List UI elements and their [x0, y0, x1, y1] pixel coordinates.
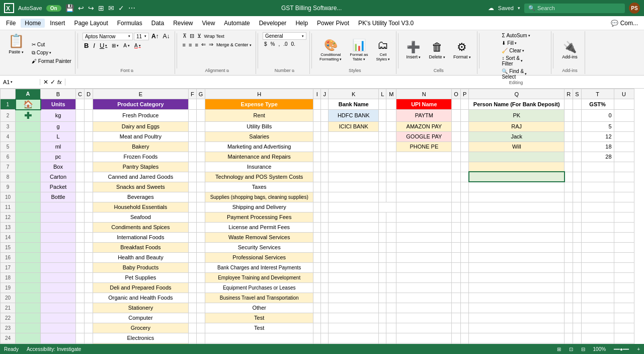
cell-u6[interactable] — [614, 152, 634, 162]
cell-o5[interactable] — [452, 141, 461, 152]
menu-page-layout[interactable]: Page Layout — [70, 19, 112, 28]
currency-button[interactable]: $ — [263, 41, 269, 47]
cell-c24[interactable] — [76, 333, 85, 343]
cell-b15[interactable] — [41, 242, 76, 252]
cell-o2[interactable] — [452, 110, 461, 122]
cell-f11[interactable] — [188, 202, 196, 212]
cell-a11[interactable] — [16, 202, 41, 212]
cell-f4[interactable] — [188, 131, 196, 141]
cell-t22[interactable] — [581, 313, 614, 323]
cell-j22[interactable] — [321, 313, 329, 323]
row-num-11[interactable]: 11 — [1, 202, 16, 212]
row-num-5[interactable]: 5 — [1, 141, 16, 152]
col-header-h[interactable]: H — [205, 89, 313, 99]
cell-o1[interactable] — [452, 99, 461, 110]
cell-p12[interactable] — [460, 212, 468, 222]
cell-h23[interactable]: Test — [205, 323, 313, 333]
insert-function-icon[interactable]: fx — [56, 79, 63, 85]
cell-b13[interactable] — [41, 222, 76, 232]
cell-a22[interactable] — [16, 313, 41, 323]
cell-d15[interactable] — [84, 242, 93, 252]
menu-automate[interactable]: Automate — [220, 19, 254, 28]
cell-u18[interactable] — [614, 272, 634, 282]
cell-c1[interactable] — [76, 99, 85, 110]
delete-cells-button[interactable]: 🗑 Delete ▾ — [426, 40, 448, 60]
cell-b14[interactable] — [41, 232, 76, 242]
cell-e7[interactable]: Pantry Staples — [93, 162, 188, 172]
cell-l9[interactable] — [379, 182, 386, 192]
cell-m16[interactable] — [386, 252, 396, 262]
table-icon[interactable]: ⊞ — [98, 4, 104, 12]
fill-color-button[interactable]: A ▾ — [122, 42, 131, 49]
cell-i21[interactable] — [313, 303, 321, 313]
cell-a5[interactable] — [16, 141, 41, 152]
cell-c2[interactable] — [76, 110, 85, 122]
font-name-dropdown[interactable]: Aptos Narrow ▾ — [83, 33, 133, 40]
cell-t6[interactable]: 28 — [581, 152, 614, 162]
cell-i19[interactable] — [313, 282, 321, 293]
cell-e24[interactable]: Electronics — [93, 333, 188, 343]
cell-d24[interactable] — [84, 333, 93, 343]
add-row-icon[interactable]: ✚ — [24, 111, 32, 121]
cell-t9[interactable] — [581, 182, 614, 192]
cell-f16[interactable] — [188, 252, 196, 262]
row-num-22[interactable]: 22 — [1, 313, 16, 323]
cell-l15[interactable] — [379, 242, 386, 252]
cell-n6[interactable] — [396, 152, 452, 162]
cell-b20[interactable] — [41, 293, 76, 303]
cell-f13[interactable] — [188, 222, 196, 232]
cell-d21[interactable] — [84, 303, 93, 313]
cell-s21[interactable] — [573, 303, 581, 313]
cell-d2[interactable] — [84, 110, 93, 122]
cell-o9[interactable] — [452, 182, 461, 192]
cell-q11[interactable] — [469, 202, 565, 212]
save-icon[interactable]: 💾 — [65, 4, 74, 12]
cell-p18[interactable] — [460, 272, 468, 282]
cell-l22[interactable] — [379, 313, 386, 323]
cell-g16[interactable] — [196, 252, 205, 262]
col-header-j[interactable]: J — [321, 89, 329, 99]
cell-p19[interactable] — [460, 282, 468, 293]
cell-r16[interactable] — [565, 252, 573, 262]
cell-i11[interactable] — [313, 202, 321, 212]
cell-s17[interactable] — [573, 262, 581, 272]
col-header-a[interactable]: A — [16, 89, 41, 99]
cell-o8[interactable] — [452, 172, 461, 182]
row-num-18[interactable]: 18 — [1, 272, 16, 282]
cell-u11[interactable] — [614, 202, 634, 212]
cell-f15[interactable] — [188, 242, 196, 252]
cell-c14[interactable] — [76, 232, 85, 242]
cell-t16[interactable] — [581, 252, 614, 262]
cell-q13[interactable] — [469, 222, 565, 232]
cell-t1[interactable]: GST% — [581, 99, 614, 110]
cell-e18[interactable]: Pet Supplies — [93, 272, 188, 282]
cell-a2[interactable]: ✚ — [16, 110, 41, 122]
cell-s19[interactable] — [573, 282, 581, 293]
cell-u24[interactable] — [614, 333, 634, 343]
cell-j10[interactable] — [321, 192, 329, 202]
cell-i5[interactable] — [313, 141, 321, 152]
cell-m6[interactable] — [386, 152, 396, 162]
cell-l19[interactable] — [379, 282, 386, 293]
cell-f23[interactable] — [188, 323, 196, 333]
cell-f8[interactable] — [188, 172, 196, 182]
cell-m20[interactable] — [386, 293, 396, 303]
cell-n20[interactable] — [396, 293, 452, 303]
row-num-8[interactable]: 8 — [1, 172, 16, 182]
cell-q9[interactable] — [469, 182, 565, 192]
cell-c10[interactable] — [76, 192, 85, 202]
cell-q10[interactable] — [469, 192, 565, 202]
cell-r14[interactable] — [565, 232, 573, 242]
cell-k17[interactable] — [329, 262, 379, 272]
align-middle-button[interactable]: ⊟ — [189, 32, 195, 40]
cell-b12[interactable] — [41, 212, 76, 222]
cell-l23[interactable] — [379, 323, 386, 333]
find-select-button[interactable]: 🔍 Find &Select ▾ — [500, 68, 531, 80]
cell-f6[interactable] — [188, 152, 196, 162]
cell-s15[interactable] — [573, 242, 581, 252]
cell-c19[interactable] — [76, 282, 85, 293]
cell-g10[interactable] — [196, 192, 205, 202]
cell-q5[interactable]: Will — [469, 141, 565, 152]
cell-i1[interactable] — [313, 99, 321, 110]
cell-k23[interactable] — [329, 323, 379, 333]
